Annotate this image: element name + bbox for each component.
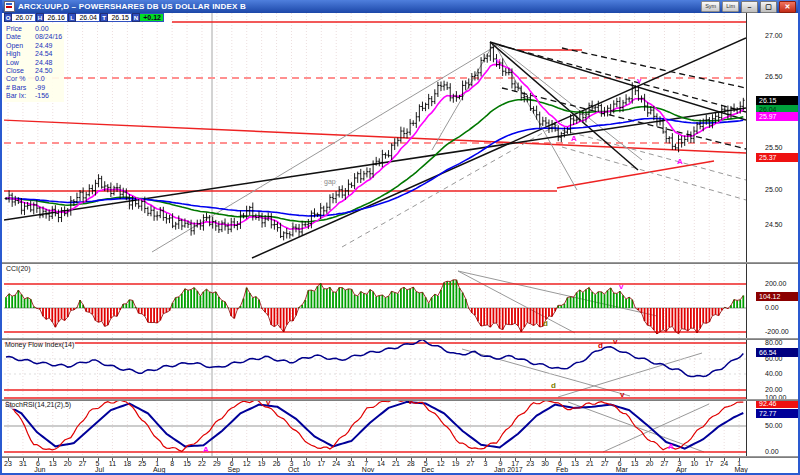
week-day-label: 17 — [317, 460, 325, 467]
pane-separator-3[interactable] — [2, 399, 800, 401]
week-day-label: 26 — [273, 460, 281, 467]
cursor-info-row: Cor %0.0 — [6, 75, 62, 83]
month-label: May — [734, 466, 747, 473]
cursor-info-value: 0.0 — [35, 75, 45, 83]
cursor-info-value: -99 — [35, 84, 45, 92]
cursor-info-value: 08/24/16 — [35, 33, 62, 41]
quote-label-h: H — [36, 13, 44, 22]
pane-separator-4[interactable] — [2, 456, 800, 458]
gap-annotation: gap — [324, 178, 336, 186]
quote-label-o: O — [4, 13, 12, 22]
axis-tick-label: 26.50 — [765, 73, 783, 81]
quote-value-o: 26.07 — [12, 13, 36, 22]
month-label: Feb — [556, 466, 568, 473]
cycle-marker-d: d — [598, 342, 603, 350]
week-day-label: 23 — [526, 460, 534, 467]
week-day-label: 27 — [601, 460, 609, 467]
week-day-label: 25 — [138, 460, 146, 467]
axis-tick-label: 80.00 — [765, 339, 783, 347]
cursor-info-label: Cor % — [6, 75, 35, 83]
week-day-label: 11 — [109, 460, 116, 467]
quote-value-l: 26.04 — [76, 13, 100, 22]
axis-price-badge: 66.54 — [756, 348, 800, 357]
axis-price-badge: 72.77 — [756, 409, 800, 418]
axis-tick-label: 50.00 — [765, 422, 783, 430]
cursor-info-row: Close24.50 — [6, 67, 62, 75]
week-day-label: 3 — [483, 460, 487, 467]
quote-field-t: T26.15 — [100, 13, 132, 22]
cursor-info-label: High — [6, 50, 35, 58]
week-day-label: 21 — [586, 460, 594, 467]
month-label: Jan 2017 — [494, 466, 523, 473]
cursor-info-label: Open — [6, 42, 35, 50]
quote-value-n: +0.12 — [140, 13, 164, 22]
month-label: Mar — [616, 466, 628, 473]
quote-value-t: 26.15 — [108, 13, 132, 22]
week-day-label: 17 — [705, 460, 713, 467]
week-day-label: 19 — [452, 460, 460, 467]
cursor-info-label: Low — [6, 59, 35, 67]
quote-field-o: O26.07 — [4, 13, 36, 22]
cycle-marker-d: d — [543, 320, 548, 328]
cursor-info-value: 24.54 — [35, 50, 53, 58]
cycle-marker-d: d — [551, 382, 556, 390]
quote-label-t: T — [100, 13, 108, 22]
month-label: Sep — [228, 466, 240, 473]
month-label: Jul — [95, 466, 104, 473]
quote-value-h: 26.16 — [44, 13, 68, 22]
axis-tick-label: 25.00 — [765, 186, 783, 194]
cursor-info-row: Low24.48 — [6, 59, 62, 67]
week-day-label: 19 — [258, 460, 266, 467]
cursor-info-panel: Price0.00Date08/24/16Open24.49High24.54L… — [4, 24, 64, 102]
cursor-info-row: Date08/24/16 — [6, 33, 62, 41]
axis-tick-label: 0.00 — [765, 304, 779, 312]
cursor-info-label: Price — [6, 25, 35, 33]
week-day-label: 21 — [392, 460, 400, 467]
week-day-label: 8 — [170, 460, 174, 467]
price-axis: 27.0026.5025.5025.0024.5026.1526.0425.97… — [747, 13, 800, 457]
axis-price-badge: 25.37 — [756, 153, 800, 162]
quote-bar: O26.07H26.16L26.04T26.15N+0.12 — [4, 13, 164, 22]
cursor-info-label: Close — [6, 67, 35, 75]
cursor-info-value: 24.48 — [35, 59, 53, 67]
axis-tick-label: 24.50 — [765, 221, 783, 229]
week-day-label: 27 — [661, 460, 669, 467]
quote-label-n: N — [132, 13, 140, 22]
week-day-label: 27 — [79, 460, 87, 467]
axis-tick-label: 27.00 — [765, 32, 783, 40]
week-day-label: 31 — [347, 460, 355, 467]
cursor-info-label: Bar Ix: — [6, 92, 35, 100]
week-day-label: 24 — [332, 460, 340, 467]
cycle-marker-v: v — [620, 391, 624, 399]
cycle-marker-v: v — [637, 77, 641, 85]
cycle-marker-v: v — [496, 57, 500, 65]
week-day-label: 13 — [631, 460, 639, 467]
cursor-info-value: 0.00 — [35, 25, 49, 33]
week-day-label: 10 — [302, 460, 310, 467]
cursor-info-value: 24.50 — [35, 67, 53, 75]
week-day-label: 13 — [49, 460, 57, 467]
month-label: Jun — [34, 466, 45, 473]
axis-tick-label: 40.00 — [765, 370, 783, 378]
axis-tick-label: 200.00 — [765, 280, 786, 288]
pane-separator-1[interactable] — [2, 262, 800, 264]
cursor-info-label: Date — [6, 33, 35, 41]
week-day-label: 31 — [19, 460, 27, 467]
cci-panel-label: CCI(20) — [5, 265, 32, 273]
axis-border — [746, 13, 747, 457]
week-day-label: 13 — [571, 460, 579, 467]
cursor-info-row: High24.54 — [6, 50, 62, 58]
week-day-label: 12 — [243, 460, 251, 467]
mfi-panel-label: Money Flow Index(14) — [4, 341, 75, 349]
quote-field-h: H26.16 — [36, 13, 68, 22]
chart-canvas[interactable] — [2, 0, 800, 458]
pane-separator-2[interactable] — [2, 338, 800, 340]
quote-field-l: L26.04 — [68, 13, 100, 22]
week-day-label: 28 — [407, 460, 415, 467]
week-day-label: 12 — [437, 460, 445, 467]
cursor-info-row: Bar Ix:-156 — [6, 92, 62, 100]
axis-tick-label: 0.00 — [765, 448, 779, 456]
quote-label-l: L — [68, 13, 76, 22]
month-label: Dec — [422, 466, 434, 473]
week-day-label: 29 — [213, 460, 221, 467]
